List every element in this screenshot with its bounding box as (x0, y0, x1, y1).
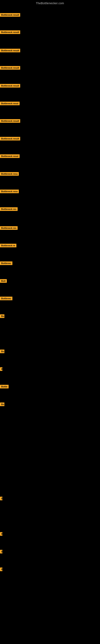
site-title: TheBottlenecker.com (0, 0, 100, 6)
bottleneck-result-label: Bottleneck resu (0, 190, 19, 193)
bottleneck-result-label: Bottleneck resu (0, 172, 19, 176)
bottleneck-result-label: Bottleneck resul (0, 154, 20, 158)
bottleneck-result-label: Bottle (0, 385, 9, 388)
bottleneck-result-label: Bottleneck res (0, 226, 18, 230)
bottleneck-result-label: Bottleneck result (0, 84, 20, 88)
bottleneck-result-label: B (0, 497, 2, 500)
bottleneck-result-label: Bottleneck result (0, 30, 20, 34)
bottleneck-result-label: Bottleneck res (0, 207, 18, 211)
bottleneck-result-label: Bottlenec (0, 262, 12, 265)
bottleneck-result-label: Bo (0, 402, 4, 406)
bottleneck-result-label: Bo (0, 314, 4, 318)
bottleneck-result-label: B (0, 367, 2, 371)
bottleneck-result-label: Bottleneck re (0, 244, 16, 247)
bottleneck-result-label: Bottlenec (0, 297, 12, 300)
bottleneck-result-label: Bottleneck result (0, 137, 20, 140)
bottleneck-result-label: B (0, 550, 2, 554)
bottleneck-result-label: Bottleneck resul (0, 102, 20, 105)
bottleneck-result-label: B (0, 568, 2, 571)
bottleneck-result-label: Bottleneck result (0, 66, 20, 70)
bottleneck-result-label: Bo (0, 350, 4, 353)
bottleneck-result-label: Bottleneck result (0, 119, 20, 123)
bottleneck-result-label: Bottleneck result (0, 13, 20, 17)
bottleneck-result-label: B (0, 532, 2, 536)
bottleneck-result-label: Bott (0, 279, 7, 283)
bottleneck-result-label: Bottleneck result (0, 49, 20, 52)
